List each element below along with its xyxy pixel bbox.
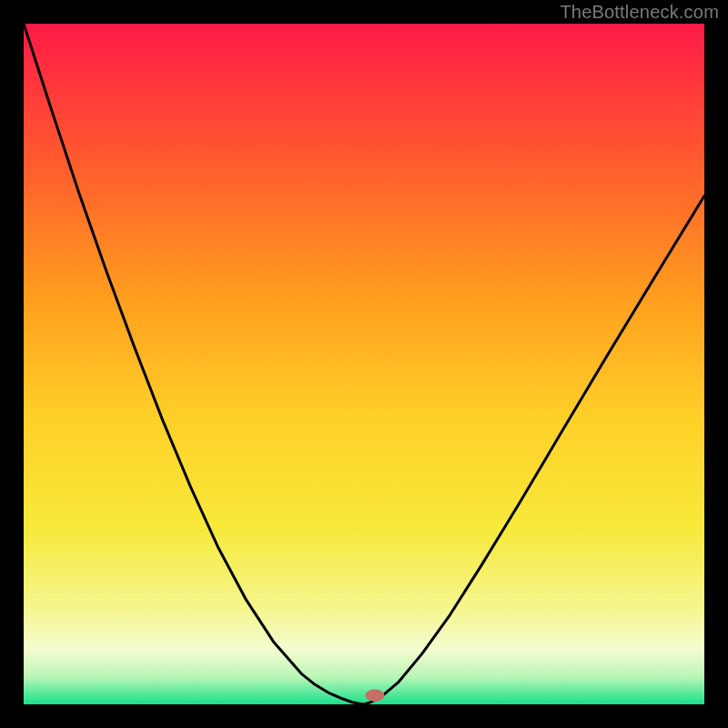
marker-dot bbox=[366, 690, 385, 702]
plot-svg bbox=[24, 24, 704, 704]
chart-outer: TheBottleneck.com bbox=[0, 0, 728, 728]
plot-area bbox=[24, 24, 704, 704]
watermark-text: TheBottleneck.com bbox=[560, 2, 719, 23]
